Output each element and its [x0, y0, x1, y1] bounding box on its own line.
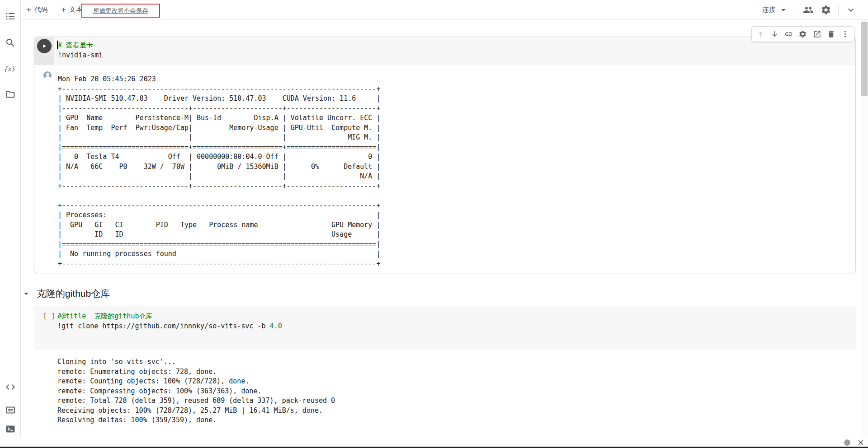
- cell-settings-gear-icon[interactable]: [797, 29, 808, 40]
- left-sidebar: {x}: [0, 0, 21, 437]
- section-title: 克隆的github仓库: [37, 287, 110, 300]
- code-cell-nvidia-smi[interactable]: # 查看显卡 !nvidia-smi Mon Feb 20 05:45:26 2…: [34, 37, 856, 273]
- command-palette-icon[interactable]: [5, 405, 16, 415]
- mirror-cell-open-icon[interactable]: [811, 29, 822, 40]
- collapse-section-icon[interactable]: [21, 289, 31, 299]
- run-cell-button[interactable]: [37, 39, 52, 53]
- connect-button[interactable]: 连接: [762, 5, 789, 15]
- cell-editor-area[interactable]: # 查看显卡 !nvidia-smi: [34, 37, 855, 65]
- copy-cell-link-icon[interactable]: [783, 29, 794, 40]
- annotation-red-box: 所做更改将不会保存: [81, 4, 160, 18]
- run-cell-marker[interactable]: [ ]: [43, 312, 55, 322]
- toolbar-left-group: + 代码 + 文本: [26, 0, 82, 19]
- more-cell-actions-icon[interactable]: [840, 29, 850, 40]
- code-title-comment: #@title 克隆的github仓库: [57, 312, 152, 320]
- repo-url-link[interactable]: https://github.com/innnky/so-vits-svc: [102, 322, 253, 330]
- collapse-header-chevron-icon[interactable]: [845, 5, 856, 15]
- vertical-scrollbar-thumb[interactable]: [861, 22, 868, 96]
- add-text-button[interactable]: + 文本: [61, 5, 82, 14]
- code-command-mid: -b: [253, 322, 269, 330]
- code-editor-content[interactable]: # 查看显卡 !nvidia-smi: [58, 41, 103, 60]
- variables-icon[interactable]: {x}: [4, 65, 15, 76]
- toolbar-divider: [796, 5, 796, 15]
- unsaved-changes-link[interactable]: 所做更改将不会保存: [93, 7, 148, 15]
- add-code-label: 代码: [34, 5, 47, 14]
- search-icon[interactable]: [5, 37, 16, 48]
- cell-output-text: Cloning into 'so-vits-svc'... remote: En…: [57, 357, 335, 425]
- files-folder-icon[interactable]: [5, 89, 16, 100]
- table-of-contents-icon[interactable]: [5, 11, 16, 22]
- close-icon[interactable]: [857, 439, 864, 446]
- toolbar-divider: [838, 5, 839, 15]
- plus-icon: +: [61, 5, 66, 14]
- top-toolbar: + 代码 + 文本 所做更改将不会保存 连接: [0, 0, 868, 19]
- toolbar-right-group: 连接: [762, 0, 856, 19]
- move-cell-up-icon[interactable]: [755, 29, 766, 40]
- executed-by-avatar: [43, 71, 52, 79]
- code-command-prefix: !git clone: [57, 322, 102, 330]
- section-header: 克隆的github仓库: [21, 287, 110, 300]
- share-users-icon[interactable]: [803, 5, 814, 15]
- delete-cell-trash-icon[interactable]: [826, 29, 836, 40]
- cell-gutter: [34, 37, 54, 65]
- colab-notebook-window: + 代码 + 文本 所做更改将不会保存 连接: [0, 0, 868, 448]
- code-command: !nvidia-smi: [58, 51, 103, 59]
- settings-gear-icon[interactable]: [821, 5, 831, 15]
- play-icon: [41, 43, 47, 49]
- connect-label: 连接: [762, 5, 775, 14]
- toolbar-bottom-border: [21, 19, 868, 19]
- plus-icon: +: [26, 5, 31, 14]
- vertical-scrollbar-track[interactable]: [861, 19, 868, 437]
- connect-dropdown-caret-icon[interactable]: [778, 5, 789, 15]
- code-snippets-icon[interactable]: [5, 382, 16, 392]
- add-text-label: 文本: [69, 5, 82, 14]
- bottom-status-bar: [0, 437, 868, 448]
- code-editor-content[interactable]: #@title 克隆的github仓库 !git clone https://g…: [57, 312, 282, 331]
- code-cell-git-clone[interactable]: [ ] #@title 克隆的github仓库 !git clone https…: [34, 306, 856, 350]
- code-comment: # 查看显卡: [58, 41, 93, 49]
- branch-version-number: 4.0: [270, 322, 282, 330]
- terminal-icon[interactable]: [5, 424, 16, 434]
- move-cell-down-icon[interactable]: [769, 29, 780, 40]
- status-dot-icon: [844, 439, 850, 446]
- cell-output-text: Mon Feb 20 05:45:26 2023 +--------------…: [58, 75, 380, 269]
- cell-toolbar: [751, 26, 854, 42]
- add-code-button[interactable]: + 代码: [26, 5, 47, 14]
